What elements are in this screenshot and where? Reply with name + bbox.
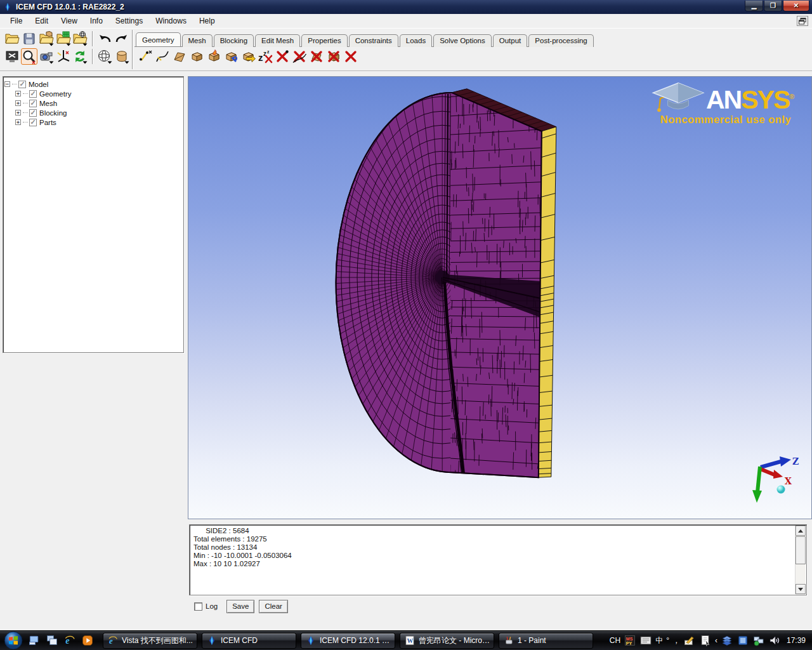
tree-connector xyxy=(23,112,28,113)
menu-file[interactable]: File xyxy=(4,15,29,27)
delete-body-button[interactable] xyxy=(325,48,342,65)
tray-doc-icon[interactable] xyxy=(699,634,712,647)
menu-edit[interactable]: Edit xyxy=(29,15,55,27)
tray-network-icon[interactable] xyxy=(752,634,765,647)
tree-expander-icon[interactable]: + xyxy=(15,91,21,96)
tree-expander-icon[interactable]: + xyxy=(15,110,21,116)
scroll-thumb[interactable] xyxy=(796,536,806,564)
tab-edit-mesh[interactable]: Edit Mesh xyxy=(255,34,300,47)
tab-blocking[interactable]: Blocking xyxy=(214,34,254,47)
tree-expander-icon[interactable]: + xyxy=(15,119,21,125)
wireframe-display-button[interactable] xyxy=(96,48,113,65)
menu-windows[interactable]: Windows xyxy=(149,15,193,27)
show-desktop-icon[interactable] xyxy=(28,634,41,647)
solid-display-button[interactable] xyxy=(114,48,130,65)
log-checkbox[interactable] xyxy=(194,602,202,611)
local-coord-system-button[interactable] xyxy=(55,48,72,65)
mdi-restore-icon[interactable] xyxy=(797,16,808,26)
menu-info[interactable]: Info xyxy=(84,15,109,27)
open-geometry-button[interactable] xyxy=(38,30,55,47)
tray-volume-icon[interactable] xyxy=(768,634,781,647)
zoom-window-button[interactable] xyxy=(21,48,37,65)
undo-button[interactable] xyxy=(96,30,113,47)
tray-ime-kbd-icon[interactable] xyxy=(639,634,652,647)
tree-checkbox[interactable]: ✓ xyxy=(29,119,37,126)
tab-mesh[interactable]: Mesh xyxy=(182,34,213,47)
z-axis-label: Z xyxy=(792,456,799,467)
ime-punct-indicator[interactable]: ° xyxy=(666,636,669,645)
tab-post-processing[interactable]: Post-processing xyxy=(528,34,593,47)
open-file-button[interactable] xyxy=(4,30,20,47)
tab-solve-options[interactable]: Solve Options xyxy=(433,34,492,47)
taskbar-clock[interactable]: 17:39 xyxy=(787,636,806,645)
media-player-icon[interactable] xyxy=(81,634,94,647)
save-button[interactable]: Save xyxy=(226,600,254,613)
close-button[interactable]: ✕ xyxy=(783,1,809,11)
tab-constraints[interactable]: Constraints xyxy=(349,34,398,47)
rotation-center-ball xyxy=(777,486,785,494)
tray-ime-ms-icon[interactable]: MSPY xyxy=(624,634,636,647)
ime-punct2-indicator[interactable]: ， xyxy=(672,635,680,646)
tray-pen-icon[interactable] xyxy=(683,634,696,647)
taskbar: e eVista 找不到画图和...ICEM CFDICEM CFD 12.0.… xyxy=(0,630,812,650)
tray-layers-icon[interactable] xyxy=(721,634,733,647)
reset-view-button[interactable] xyxy=(72,48,88,65)
ime-mode-indicator[interactable]: 中 xyxy=(655,635,663,646)
tab-geometry[interactable]: Geometry xyxy=(136,32,181,46)
tree-checkbox[interactable]: ✓ xyxy=(29,109,37,117)
3d-viewport[interactable]: ANSYS® Noncommercial use only xyxy=(188,76,812,519)
start-button[interactable] xyxy=(4,631,23,650)
create-body-button[interactable] xyxy=(188,48,205,65)
menu-help[interactable]: Help xyxy=(193,15,221,27)
tray-winblue-icon[interactable] xyxy=(737,634,749,647)
tree-item-model[interactable]: −✓Model xyxy=(4,79,182,89)
fit-window-button[interactable] xyxy=(4,48,20,65)
minimize-button[interactable]: ▁ xyxy=(745,1,763,11)
internet-explorer-icon[interactable]: e xyxy=(63,634,76,647)
delete-any-button[interactable] xyxy=(343,48,359,65)
tree-item-geometry[interactable]: +✓Geometry xyxy=(4,89,182,98)
tab-properties[interactable]: Properties xyxy=(301,34,347,47)
scroll-down-button[interactable] xyxy=(796,584,806,594)
redo-button[interactable] xyxy=(114,30,130,47)
taskbar-button-vista-[interactable]: eVista 找不到画图和... xyxy=(103,633,197,649)
tree-checkbox[interactable]: ✓ xyxy=(29,90,37,98)
restore-dormant-button[interactable]: zzz xyxy=(257,48,273,65)
menu-settings[interactable]: Settings xyxy=(109,15,149,27)
open-mesh-button[interactable] xyxy=(55,30,72,47)
open-blocking-button[interactable] xyxy=(72,30,88,47)
create-point-button[interactable] xyxy=(137,48,154,65)
tree-checkbox[interactable]: ✓ xyxy=(29,100,37,107)
tray-collapse-arrow[interactable]: ‹ xyxy=(715,636,717,645)
tab-loads[interactable]: Loads xyxy=(400,34,432,47)
tree-item-blocking[interactable]: +✓Blocking xyxy=(4,108,182,117)
repair-geometry-button[interactable] xyxy=(206,48,222,65)
switch-windows-icon[interactable] xyxy=(46,634,58,647)
tree-item-mesh[interactable]: +✓Mesh xyxy=(4,98,182,108)
delete-curve-button[interactable] xyxy=(291,48,308,65)
delete-point-button[interactable] xyxy=(274,48,291,65)
measure-button[interactable] xyxy=(38,48,55,65)
transform-geometry-button[interactable] xyxy=(223,48,239,65)
language-indicator[interactable]: CH xyxy=(610,636,620,645)
tree-expander-icon[interactable]: − xyxy=(4,81,10,87)
taskbar-button-icem-cfd-12-0-1-r-[interactable]: ICEM CFD 12.0.1 : R... xyxy=(301,633,395,649)
extract-geometry-button[interactable] xyxy=(240,48,256,65)
data-entry-panel xyxy=(3,353,184,630)
scroll-up-button[interactable] xyxy=(796,526,806,536)
tree-checkbox[interactable]: ✓ xyxy=(18,81,26,88)
tree-item-parts[interactable]: +✓Parts xyxy=(4,117,182,127)
create-surface-button[interactable] xyxy=(171,48,188,65)
clear-button[interactable]: Clear xyxy=(259,600,287,613)
taskbar-button-icem-cfd[interactable]: ICEM CFD xyxy=(202,633,296,649)
restore-button[interactable]: ❐ xyxy=(764,1,782,11)
menu-view[interactable]: View xyxy=(55,15,84,27)
create-curve-button[interactable] xyxy=(154,48,171,65)
taskbar-button--micros-[interactable]: W曾宪昂论文 - Micros... xyxy=(400,633,494,649)
message-scrollbar[interactable] xyxy=(795,526,806,594)
tree-expander-icon[interactable]: + xyxy=(15,100,21,106)
save-file-button[interactable] xyxy=(21,30,37,47)
taskbar-button-1-paint[interactable]: 1 - Paint xyxy=(499,633,593,649)
tab-output[interactable]: Output xyxy=(493,34,528,47)
delete-surface-button[interactable] xyxy=(308,48,325,65)
